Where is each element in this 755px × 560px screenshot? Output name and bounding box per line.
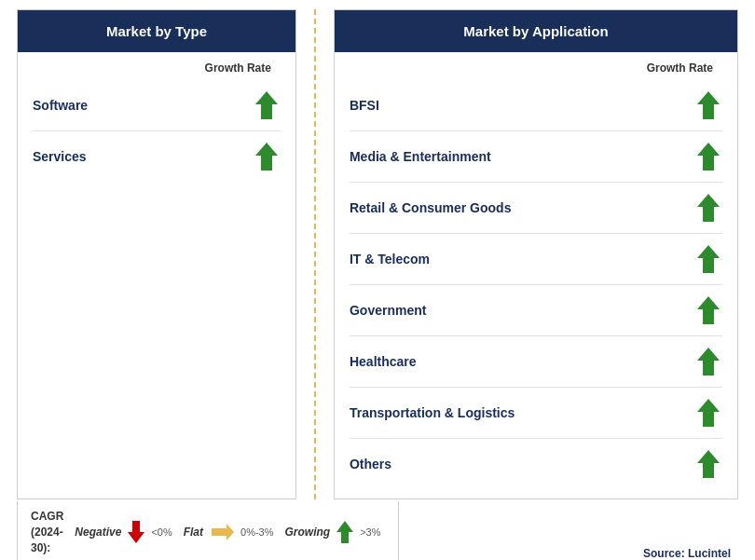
legend-down-arrow-icon (126, 519, 146, 545)
arrow-up-healthcare (694, 346, 722, 377)
legend-growing-label: Growing (285, 526, 331, 539)
right-growth-rate-label: Growth Rate (350, 61, 722, 75)
main-panels: Market by Type Growth Rate Software Serv… (17, 9, 738, 499)
right-row-transport: Transportation & Logistics (350, 388, 722, 439)
svg-marker-5 (697, 245, 720, 273)
legend-cagr-label: CAGR (2024-30): (31, 509, 63, 555)
right-panel-body: Growth Rate BFSI Media & Entertainment R… (335, 52, 737, 499)
right-row-government: Government (350, 285, 722, 336)
left-row-services: Services (33, 131, 281, 182)
legend-flat: Flat 0%-3% (184, 522, 274, 542)
legend-growing-range: >3% (360, 526, 380, 538)
right-label-healthcare: Healthcare (350, 354, 417, 369)
source-container: Source: Lucintel (399, 547, 738, 560)
right-row-retail: Retail & Consumer Goods (350, 183, 722, 234)
right-panel: Market by Application Growth Rate BFSI M… (334, 9, 738, 499)
right-row-others: Others (350, 439, 722, 489)
svg-marker-2 (697, 91, 720, 119)
left-panel-body: Growth Rate Software Services (18, 52, 295, 499)
divider (296, 9, 334, 499)
arrow-up-retail (694, 192, 722, 224)
bottom-section: CAGR (2024-30): Negative <0% Flat 0%-3% (17, 501, 738, 560)
legend-row: CAGR (2024-30): Negative <0% Flat 0%-3% (17, 501, 399, 560)
legend-negative-label: Negative (75, 526, 121, 539)
legend-growing: Growing >3% (285, 519, 381, 545)
arrow-up-software (253, 89, 281, 121)
svg-marker-11 (212, 524, 234, 540)
left-label-software: Software (33, 98, 88, 113)
right-row-healthcare: Healthcare (350, 336, 722, 388)
svg-marker-4 (697, 194, 720, 222)
svg-marker-12 (336, 521, 353, 543)
svg-marker-6 (697, 296, 720, 324)
right-label-government: Government (350, 303, 426, 318)
svg-marker-1 (255, 143, 278, 171)
svg-marker-9 (697, 450, 720, 478)
right-row-it: IT & Telecom (350, 234, 722, 285)
svg-marker-10 (128, 521, 144, 543)
svg-marker-3 (697, 143, 720, 171)
right-label-media: Media & Entertainment (350, 149, 491, 164)
svg-marker-7 (697, 348, 720, 376)
legend-negative: Negative <0% (75, 519, 172, 545)
right-panel-header: Market by Application (335, 10, 737, 52)
svg-marker-8 (697, 399, 720, 427)
legend-container: CAGR (2024-30): Negative <0% Flat 0%-3% (17, 501, 399, 560)
right-row-bfsi: BFSI (350, 80, 722, 131)
arrow-up-government (694, 294, 722, 326)
legend-right-arrow-icon (208, 522, 236, 542)
svg-marker-0 (255, 91, 278, 119)
arrow-up-it (694, 243, 722, 275)
right-label-transport: Transportation & Logistics (350, 405, 515, 420)
right-label-it: IT & Telecom (350, 252, 430, 266)
arrow-up-media (694, 141, 722, 172)
left-panel: Market by Type Growth Rate Software Serv… (17, 9, 296, 499)
left-panel-title: Market by Type (106, 23, 207, 39)
left-row-software: Software (33, 80, 281, 131)
divider-line (314, 9, 316, 499)
arrow-up-transport (694, 397, 722, 429)
left-label-services: Services (33, 149, 87, 164)
arrow-up-services (253, 141, 281, 172)
left-panel-header: Market by Type (18, 10, 295, 52)
legend-flat-range: 0%-3% (240, 526, 273, 538)
arrow-up-others (694, 448, 722, 480)
right-label-others: Others (350, 457, 391, 471)
legend-negative-range: <0% (151, 526, 172, 538)
legend-flat-label: Flat (184, 526, 203, 539)
source-label: Source: Lucintel (643, 547, 731, 560)
right-label-retail: Retail & Consumer Goods (350, 200, 511, 215)
right-panel-title: Market by Application (463, 23, 608, 39)
arrow-up-bfsi (694, 89, 722, 121)
right-row-media: Media & Entertainment (350, 131, 722, 183)
legend-up-arrow-icon (335, 519, 355, 545)
right-label-bfsi: BFSI (350, 98, 379, 113)
page-container: Market by Type Growth Rate Software Serv… (0, 0, 755, 560)
left-growth-rate-label: Growth Rate (33, 61, 281, 75)
